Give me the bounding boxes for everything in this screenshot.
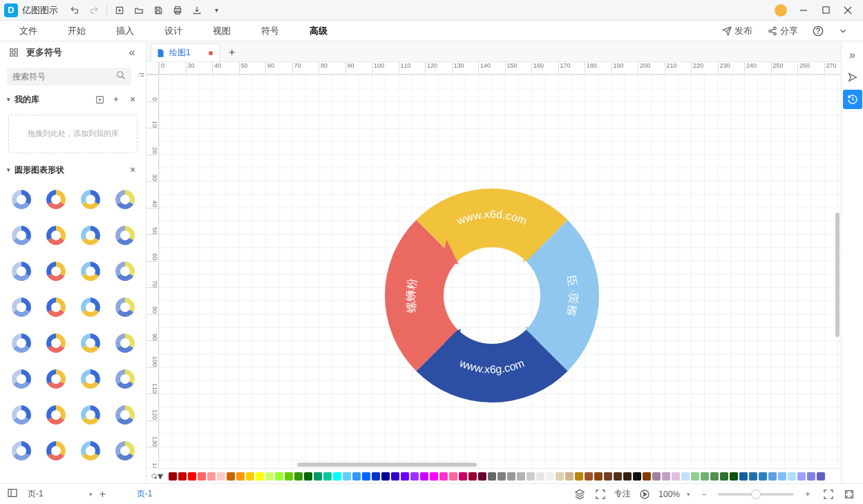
- color-swatch[interactable]: [778, 472, 786, 481]
- menu-文件[interactable]: 文件: [4, 21, 53, 41]
- search-icon[interactable]: [116, 70, 126, 83]
- shape-thumbnail[interactable]: [41, 365, 70, 394]
- document-tab[interactable]: 绘图1: [151, 43, 220, 61]
- shapes-section-header[interactable]: ▾ 圆形图表形状 ×: [0, 160, 146, 180]
- color-swatch[interactable]: [710, 472, 719, 481]
- zoom-out-button[interactable]: −: [697, 490, 711, 499]
- shape-thumbnail[interactable]: [76, 293, 105, 322]
- color-swatch[interactable]: [749, 472, 757, 481]
- color-swatch[interactable]: [478, 472, 486, 481]
- shape-thumbnail[interactable]: [111, 293, 140, 322]
- color-swatch[interactable]: [672, 472, 680, 481]
- focus-frame-icon[interactable]: [594, 489, 607, 500]
- color-swatch[interactable]: [556, 472, 564, 481]
- presentation-icon[interactable]: [638, 489, 652, 500]
- color-swatch[interactable]: [468, 472, 477, 481]
- color-swatch[interactable]: [527, 472, 535, 481]
- color-swatch[interactable]: [594, 472, 603, 481]
- horizontal-scrollbar[interactable]: [297, 463, 828, 468]
- color-swatch[interactable]: [604, 472, 612, 481]
- color-swatch[interactable]: [507, 472, 515, 481]
- history-panel-icon[interactable]: [843, 90, 862, 109]
- color-swatch[interactable]: [614, 472, 622, 481]
- color-swatch[interactable]: [362, 472, 370, 481]
- zoom-value[interactable]: 100%: [658, 490, 680, 499]
- shape-thumbnail[interactable]: [7, 436, 36, 465]
- color-swatch[interactable]: [304, 472, 312, 481]
- minimize-button[interactable]: [793, 2, 815, 19]
- shape-thumbnail[interactable]: [76, 436, 105, 465]
- add-page-button[interactable]: +: [99, 488, 113, 501]
- maximize-button[interactable]: [815, 2, 837, 19]
- shape-thumbnail[interactable]: [76, 329, 105, 358]
- shape-thumbnail[interactable]: [41, 400, 70, 429]
- zoom-slider[interactable]: [718, 493, 794, 496]
- shape-thumbnail[interactable]: [111, 400, 140, 429]
- shape-thumbnail[interactable]: [111, 329, 140, 358]
- close-library-icon[interactable]: ×: [126, 95, 139, 104]
- shape-thumbnail[interactable]: [111, 221, 140, 250]
- color-swatch[interactable]: [817, 472, 825, 481]
- color-swatch[interactable]: [410, 472, 419, 481]
- close-shapes-icon[interactable]: ×: [126, 165, 139, 175]
- color-swatch[interactable]: [439, 472, 448, 481]
- avatar[interactable]: [775, 4, 787, 17]
- chevron-left-icon[interactable]: «: [125, 46, 139, 59]
- color-swatch[interactable]: [807, 472, 815, 481]
- save-button[interactable]: [149, 2, 168, 19]
- color-swatch[interactable]: [275, 472, 283, 481]
- share-button[interactable]: 分享: [764, 22, 802, 40]
- zoom-in-button[interactable]: +: [801, 490, 815, 499]
- shape-thumbnail[interactable]: [41, 436, 70, 465]
- color-swatch[interactable]: [294, 472, 303, 481]
- fill-bucket-icon[interactable]: ▾: [151, 469, 163, 483]
- color-swatch[interactable]: [459, 472, 467, 481]
- new-tab-button[interactable]: +: [223, 43, 241, 61]
- color-swatch[interactable]: [575, 472, 583, 481]
- menu-插入[interactable]: 插入: [101, 21, 149, 41]
- more-toolbar-button[interactable]: ▾: [207, 2, 226, 19]
- color-swatch[interactable]: [207, 472, 216, 481]
- color-swatch[interactable]: [759, 472, 767, 481]
- color-swatch[interactable]: [720, 472, 728, 481]
- menu-符号[interactable]: 符号: [246, 21, 294, 41]
- color-swatch[interactable]: [246, 472, 254, 481]
- color-swatch[interactable]: [517, 472, 525, 481]
- color-swatch[interactable]: [217, 472, 225, 481]
- color-swatch[interactable]: [285, 472, 293, 481]
- new-button[interactable]: [110, 2, 129, 19]
- shape-thumbnail[interactable]: [41, 329, 70, 358]
- shape-thumbnail[interactable]: [7, 221, 36, 250]
- shape-thumbnail[interactable]: [7, 293, 36, 322]
- shape-thumbnail[interactable]: [76, 185, 105, 214]
- menu-设计[interactable]: 设计: [149, 21, 198, 41]
- collapse-right-icon[interactable]: »: [843, 46, 862, 65]
- color-swatch[interactable]: [381, 472, 390, 481]
- color-swatch[interactable]: [536, 472, 544, 481]
- color-swatch[interactable]: [372, 472, 380, 481]
- color-swatch[interactable]: [420, 472, 428, 481]
- shape-thumbnail[interactable]: [7, 365, 36, 394]
- color-swatch[interactable]: [662, 472, 670, 481]
- my-library-header[interactable]: ▾ 我的库 + ×: [0, 90, 146, 109]
- menu-开始[interactable]: 开始: [53, 21, 101, 41]
- import-library-icon[interactable]: [93, 95, 106, 104]
- menu-视图[interactable]: 视图: [198, 21, 246, 41]
- color-swatch[interactable]: [788, 472, 796, 481]
- search-settings-icon[interactable]: [137, 70, 146, 83]
- color-swatch[interactable]: [178, 472, 187, 481]
- color-swatch[interactable]: [188, 472, 196, 481]
- shape-thumbnail[interactable]: [111, 185, 140, 214]
- color-swatch[interactable]: [497, 472, 506, 481]
- shape-thumbnail[interactable]: [111, 436, 140, 465]
- format-panel-icon[interactable]: [843, 68, 862, 87]
- color-swatch[interactable]: [256, 472, 264, 481]
- shape-thumbnail[interactable]: [7, 257, 36, 286]
- color-swatch[interactable]: [314, 472, 322, 481]
- canvas[interactable]: www.x6d.com臣 ·珳猕www.x6g.com螺蛳粉: [159, 75, 841, 468]
- open-button[interactable]: [129, 2, 149, 19]
- shape-thumbnail[interactable]: [111, 365, 140, 394]
- color-swatch[interactable]: [352, 472, 361, 481]
- redo-button[interactable]: [84, 2, 104, 19]
- color-swatch[interactable]: [198, 472, 206, 481]
